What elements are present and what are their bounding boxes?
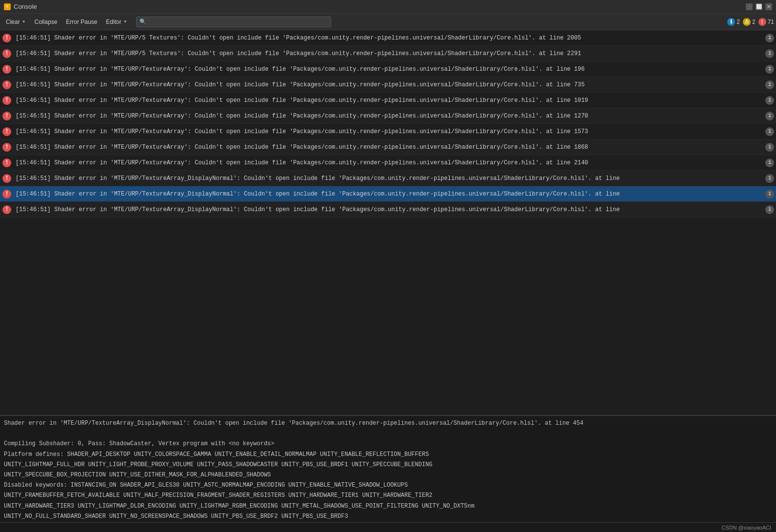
search-box[interactable]: 🔍 (136, 17, 331, 27)
table-row[interactable]: ![15:46:51] Shader error in 'MTE/URP/Tex… (0, 124, 776, 139)
clear-label: Clear (6, 19, 20, 25)
detail-line: Compiling Subshader: 0, Pass: ShadowCast… (4, 439, 772, 449)
error-row-icon: ! (2, 189, 12, 199)
error-row-icon: ! (2, 111, 12, 121)
error-circle-icon: ! (2, 34, 11, 42)
row-message: [15:46:51] Shader error in 'MTE/URP/Text… (16, 97, 761, 104)
search-icon: 🔍 (139, 19, 146, 25)
detail-line: Disabled keywords: INSTANCING_ON SHADER_… (4, 481, 772, 490)
row-message: [15:46:51] Shader error in 'MTE/URP/Text… (16, 191, 761, 197)
detail-line: Platform defines: SHADER_API_DESKTOP UNI… (4, 450, 772, 459)
row-count: 1 (765, 96, 774, 105)
row-message: [15:46:51] Shader error in 'MTE/URP/Text… (16, 175, 761, 182)
error-row-icon: ! (2, 80, 12, 90)
error-row-icon: ! (2, 205, 12, 215)
error-count: 71 (768, 19, 774, 25)
error-circle-icon: ! (2, 65, 11, 74)
row-count: 1 (765, 112, 774, 120)
table-row[interactable]: ![15:46:51] Shader error in 'MTE/URP/Tex… (0, 202, 776, 217)
table-row[interactable]: ![15:46:51] Shader error in 'MTE/URP/Tex… (0, 77, 776, 93)
error-row-icon: ! (2, 64, 12, 74)
detail-line: UNITY_HARDWARE_TIER3 UNITY_LIGHTMAP_DLDR… (4, 502, 772, 511)
info-icon: ℹ (727, 18, 735, 26)
row-count: 1 (765, 65, 774, 74)
table-row[interactable]: ![15:46:51] Shader error in 'MTE/URP/Tex… (0, 186, 776, 202)
error-row-icon: ! (2, 142, 12, 152)
error-pause-button[interactable]: Error Pause (62, 16, 101, 28)
detail-line: UNITY_LIGHTMAP_FULL_HDR UNITY_LIGHT_PROB… (4, 460, 772, 470)
row-count: 1 (765, 174, 774, 183)
error-badge[interactable]: ! 71 (758, 18, 774, 26)
table-row[interactable]: ![15:46:51] Shader error in 'MTE/URP/Tex… (0, 155, 776, 171)
search-input[interactable] (148, 19, 328, 25)
row-message: [15:46:51] Shader error in 'MTE/URP/Text… (16, 66, 761, 73)
row-count: 1 (765, 49, 774, 58)
title-bar: ≡ Console ⋮ ⬜ ✕ (0, 0, 776, 14)
error-row-icon: ! (2, 96, 12, 105)
table-row[interactable]: ![15:46:51] Shader error in 'MTE/URP/5 T… (0, 30, 776, 46)
detail-line: Shader error in 'MTE/URP/TextureArray_Di… (4, 419, 772, 428)
maximize-button[interactable]: ⬜ (756, 3, 762, 10)
console-icon: ≡ (4, 3, 11, 10)
collapse-label: Collapse (35, 19, 58, 25)
row-message: [15:46:51] Shader error in 'MTE/URP/Text… (16, 113, 761, 119)
footer-credit: CSDN @xiaoyaoACI (721, 525, 771, 531)
row-count: 1 (765, 127, 774, 136)
info-badge[interactable]: ℹ 2 (727, 18, 740, 26)
row-count: 1 (765, 190, 774, 198)
row-message: [15:46:51] Shader error in 'MTE/URP/Text… (16, 128, 761, 135)
table-row[interactable]: ![15:46:51] Shader error in 'MTE/URP/Tex… (0, 61, 776, 77)
error-row-icon: ! (2, 158, 12, 168)
row-message: [15:46:51] Shader error in 'MTE/URP/Text… (16, 144, 761, 151)
row-count: 1 (765, 143, 774, 152)
error-row-icon: ! (2, 127, 12, 137)
more-options-button[interactable]: ⋮ (746, 3, 753, 10)
table-row[interactable]: ![15:46:51] Shader error in 'MTE/URP/Tex… (0, 171, 776, 186)
editor-label: Editor (106, 19, 121, 25)
title-bar-controls: ⋮ ⬜ ✕ (746, 3, 772, 10)
error-circle-icon: ! (2, 96, 11, 105)
editor-dropdown-arrow: ▼ (123, 20, 127, 24)
row-count: 1 (765, 80, 774, 89)
clear-dropdown-arrow: ▼ (22, 20, 26, 24)
footer: CSDN @xiaoyaoACI (0, 522, 776, 532)
error-circle-icon: ! (2, 158, 11, 167)
error-circle-icon: ! (2, 80, 11, 89)
row-message: [15:46:51] Shader error in 'MTE/URP/Text… (16, 206, 761, 213)
clear-button[interactable]: Clear ▼ (2, 16, 30, 28)
info-count: 2 (736, 19, 740, 25)
error-circle-icon: ! (2, 174, 11, 183)
row-message: [15:46:51] Shader error in 'MTE/URP/Text… (16, 159, 761, 166)
error-row-icon: ! (2, 33, 12, 43)
title-bar-text: Console (14, 3, 746, 10)
detail-line: UNITY_FRAMEBUFFER_FETCH_AVAILABLE UNITY_… (4, 491, 772, 500)
table-row[interactable]: ![15:46:51] Shader error in 'MTE/URP/Tex… (0, 139, 776, 155)
error-circle-icon: ! (2, 143, 11, 152)
warn-icon: ⚠ (743, 18, 751, 26)
detail-line: UNITY_SPECCUBE_BOX_PROJECTION UNITY_USE_… (4, 471, 772, 480)
warn-badge[interactable]: ⚠ 2 (743, 18, 756, 26)
row-message: [15:46:51] Shader error in 'MTE/URP/5 Te… (16, 35, 761, 41)
error-pause-label: Error Pause (66, 19, 97, 25)
console-list: ![15:46:51] Shader error in 'MTE/URP/5 T… (0, 30, 776, 415)
warn-count: 2 (752, 19, 756, 25)
table-row[interactable]: ![15:46:51] Shader error in 'MTE/URP/Tex… (0, 108, 776, 124)
detail-line: UNITY_NO_FULL_STANDARD_SHADER UNITY_NO_S… (4, 512, 772, 521)
editor-button[interactable]: Editor ▼ (102, 16, 131, 28)
error-row-icon: ! (2, 49, 12, 59)
error-circle-icon: ! (2, 205, 11, 214)
table-row[interactable]: ![15:46:51] Shader error in 'MTE/URP/5 T… (0, 46, 776, 61)
table-row[interactable]: ![15:46:51] Shader error in 'MTE/URP/Tex… (0, 93, 776, 108)
toolbar: Clear ▼ Collapse Error Pause Editor ▼ 🔍 … (0, 14, 776, 30)
collapse-button[interactable]: Collapse (31, 16, 61, 28)
error-icon: ! (758, 18, 766, 26)
row-count: 1 (765, 158, 774, 167)
error-row-icon: ! (2, 174, 12, 183)
row-message: [15:46:51] Shader error in 'MTE/URP/5 Te… (16, 50, 761, 57)
row-count: 1 (765, 205, 774, 214)
detail-line (4, 429, 772, 438)
error-circle-icon: ! (2, 49, 11, 58)
badge-group: ℹ 2 ⚠ 2 ! 71 (727, 18, 774, 26)
close-button[interactable]: ✕ (765, 3, 772, 10)
detail-panel: Shader error in 'MTE/URP/TextureArray_Di… (0, 415, 776, 522)
